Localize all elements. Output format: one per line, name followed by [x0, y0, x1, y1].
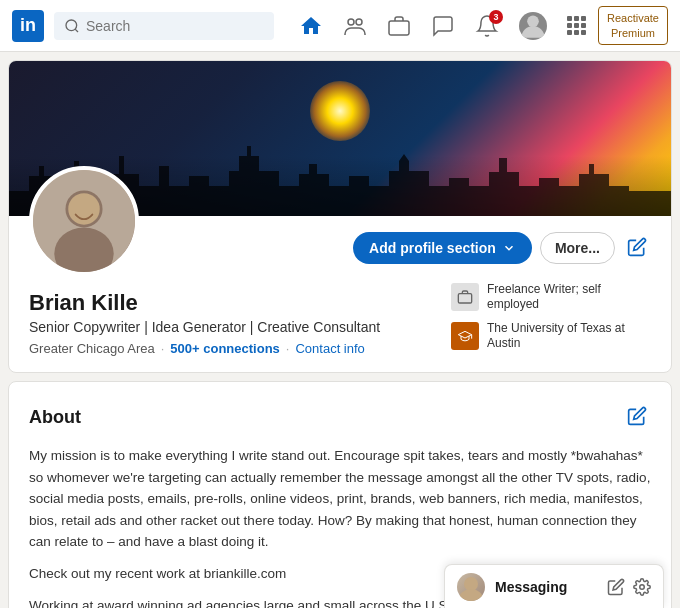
profile-edit-button[interactable] [623, 233, 651, 264]
notification-badge: 3 [489, 10, 503, 24]
avatar [29, 166, 139, 276]
edit-icon [627, 237, 647, 257]
svg-point-3 [348, 19, 354, 25]
compose-icon[interactable] [607, 578, 625, 596]
connections-link[interactable]: 500+ connections [170, 341, 279, 356]
svg-rect-4 [389, 21, 409, 35]
experience-item-1[interactable]: Freelance Writer; self employed [451, 282, 651, 313]
about-header: About [29, 402, 651, 433]
linkedin-logo[interactable]: in [12, 10, 44, 42]
nav-work[interactable] [559, 12, 594, 39]
experience-icon-1 [451, 283, 479, 311]
school-icon [457, 328, 473, 344]
more-button[interactable]: More... [540, 232, 615, 264]
svg-rect-10 [458, 294, 471, 303]
user-avatar-nav [519, 12, 547, 40]
experience-icon-2 [451, 322, 479, 350]
network-icon [343, 14, 367, 38]
messaging-avatar [457, 573, 485, 601]
nav-network[interactable] [335, 10, 375, 42]
about-paragraph-1: My mission is to make everything I write… [29, 445, 651, 553]
profile-bottom: Add profile section More... Brian Kille … [9, 216, 671, 372]
reactivate-button[interactable]: Reactivate Premium [598, 6, 668, 45]
nav-me[interactable] [511, 8, 555, 44]
messaging-settings-icon[interactable] [633, 578, 651, 596]
messaging-bar[interactable]: Messaging [444, 564, 664, 608]
separator-2: · [286, 341, 290, 356]
briefcase-icon [457, 289, 473, 305]
nav-icons: 3 Reactivate Premium [291, 6, 668, 45]
search-input[interactable] [86, 18, 246, 34]
messaging-icons [607, 578, 651, 596]
experience-text-1: Freelance Writer; self employed [487, 282, 651, 313]
about-edit-button[interactable] [623, 402, 651, 433]
contact-info-link[interactable]: Contact info [295, 341, 364, 356]
messaging-label: Messaging [495, 579, 597, 595]
profile-experience: Freelance Writer; self employed The Univ… [451, 282, 651, 352]
chevron-down-icon [502, 241, 516, 255]
messaging-user-avatar [457, 573, 485, 601]
add-profile-section-button[interactable]: Add profile section [353, 232, 532, 264]
experience-text-2: The University of Texas at Austin [487, 321, 651, 352]
separator-1: · [161, 341, 165, 356]
profile-actions: Add profile section More... [353, 232, 651, 264]
home-icon [299, 14, 323, 38]
nav-jobs[interactable] [379, 10, 419, 42]
jobs-icon [387, 14, 411, 38]
sun-glow [310, 81, 370, 141]
about-title: About [29, 407, 81, 428]
messaging-icon [431, 14, 455, 38]
profile-location: Greater Chicago Area [29, 341, 155, 356]
search-icon [64, 18, 80, 34]
svg-point-2 [356, 19, 362, 25]
svg-point-0 [66, 20, 77, 31]
about-edit-icon [627, 406, 647, 426]
svg-point-13 [640, 584, 645, 589]
search-bar[interactable] [54, 12, 274, 40]
svg-line-1 [75, 29, 78, 32]
experience-item-2[interactable]: The University of Texas at Austin [451, 321, 651, 352]
svg-point-12 [459, 589, 483, 601]
svg-point-5 [527, 15, 539, 27]
navbar: in [0, 0, 680, 52]
nav-home[interactable] [291, 10, 331, 42]
svg-point-11 [464, 577, 478, 591]
grid-icon [567, 16, 586, 35]
profile-card: Add profile section More... Brian Kille … [8, 60, 672, 373]
nav-messaging[interactable] [423, 10, 463, 42]
profile-photo [33, 166, 135, 276]
nav-notifications[interactable]: 3 [467, 10, 507, 42]
avatar-wrapper [29, 166, 139, 276]
